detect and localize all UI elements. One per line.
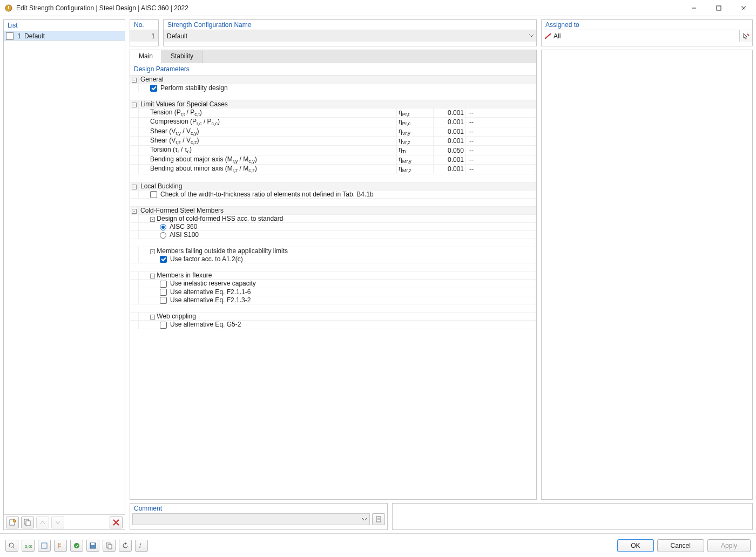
assigned-input[interactable]: All (542, 30, 739, 42)
assigned-label: Assigned to (542, 20, 752, 30)
preview-panel (541, 50, 753, 500)
chevron-down-icon (362, 516, 367, 524)
name-value: Default (167, 32, 187, 40)
apply-button[interactable]: Apply (707, 539, 751, 552)
list-item-number: 1 (16, 32, 23, 40)
use-factor-checkbox[interactable] (160, 256, 167, 263)
view-box-button[interactable] (38, 540, 51, 552)
name-label: Strength Configuration Name (164, 20, 536, 30)
comment-label: Comment (130, 504, 387, 513)
aisi-s100-radio[interactable] (160, 232, 166, 239)
new-button[interactable] (6, 517, 19, 528)
comment-edit-button[interactable] (372, 513, 385, 525)
list-item[interactable]: 1 Default (4, 31, 125, 41)
number-value: 1 (130, 30, 158, 42)
tab-main[interactable]: Main (130, 50, 162, 63)
svg-rect-8 (26, 521, 30, 526)
svg-text:f: f (139, 543, 141, 549)
inelastic-checkbox[interactable] (160, 281, 167, 288)
comment-box: Comment (130, 503, 388, 530)
svg-rect-3 (717, 6, 721, 10)
close-button[interactable] (731, 0, 756, 16)
list-item-checkbox[interactable] (6, 32, 14, 40)
name-combo[interactable]: Default (164, 30, 536, 42)
sort-desc-button[interactable] (51, 517, 64, 528)
name-field: Strength Configuration Name Default (163, 19, 537, 46)
delete-button[interactable] (110, 517, 123, 528)
alt-f2132-checkbox[interactable] (160, 297, 167, 304)
calc-button[interactable] (70, 540, 83, 552)
parameters-panel: Main Stability Design Parameters -Genera… (130, 50, 537, 500)
parameter-tree: -GeneralPerform stability design -Limit … (130, 76, 536, 499)
search-button[interactable] (5, 540, 18, 552)
cancel-button[interactable]: Cancel (657, 539, 704, 552)
app-icon (4, 4, 13, 12)
number-label: No. (130, 20, 158, 30)
svg-rect-29 (108, 545, 112, 549)
units-button[interactable]: 0,00 (22, 540, 35, 552)
sort-asc-button[interactable] (36, 517, 49, 528)
local-buckling-checkbox[interactable] (150, 191, 157, 198)
copy-button[interactable] (21, 517, 34, 528)
bottom-toolbar: 0,00 f OK Cancel Apply (0, 533, 756, 557)
svg-line-11 (545, 34, 550, 38)
svg-line-14 (747, 34, 749, 36)
svg-point-13 (550, 33, 551, 34)
alt-f2116-checkbox[interactable] (160, 289, 167, 296)
aisc360-radio[interactable] (160, 224, 166, 230)
ok-button[interactable]: OK (617, 539, 653, 552)
maximize-button[interactable] (706, 0, 731, 16)
perform-stability-checkbox[interactable] (150, 85, 157, 92)
list-item-label: Default (23, 32, 45, 40)
copy-all-button[interactable] (103, 540, 116, 552)
svg-point-25 (74, 543, 79, 548)
list-header: List (4, 20, 125, 31)
view-tree-button[interactable] (54, 540, 67, 552)
window-title: Edit Strength Configuration | Steel Desi… (16, 4, 681, 12)
minimize-button[interactable] (681, 0, 706, 16)
svg-rect-1 (8, 6, 9, 9)
svg-rect-21 (42, 543, 47, 548)
svg-point-18 (9, 543, 14, 547)
alt-g52-checkbox[interactable] (160, 322, 167, 329)
members-icon (545, 33, 551, 39)
number-field: No. 1 (130, 19, 159, 46)
chevron-down-icon (529, 32, 534, 40)
svg-rect-27 (91, 543, 94, 545)
extra-panel (392, 503, 753, 530)
tab-stability[interactable]: Stability (162, 50, 202, 63)
save-button[interactable] (86, 540, 99, 552)
pick-button[interactable] (739, 30, 752, 42)
reset-button[interactable] (119, 540, 132, 552)
section-title: Design Parameters (130, 63, 536, 76)
function-button[interactable]: f (135, 540, 148, 552)
assigned-value: All (554, 32, 561, 40)
comment-combo[interactable] (132, 513, 370, 525)
svg-line-19 (13, 547, 15, 548)
svg-text:0,00: 0,00 (25, 544, 32, 549)
list-panel: List 1 Default (3, 19, 125, 530)
assigned-field: Assigned to All (541, 19, 753, 46)
title-bar: Edit Strength Configuration | Steel Desi… (0, 0, 756, 16)
